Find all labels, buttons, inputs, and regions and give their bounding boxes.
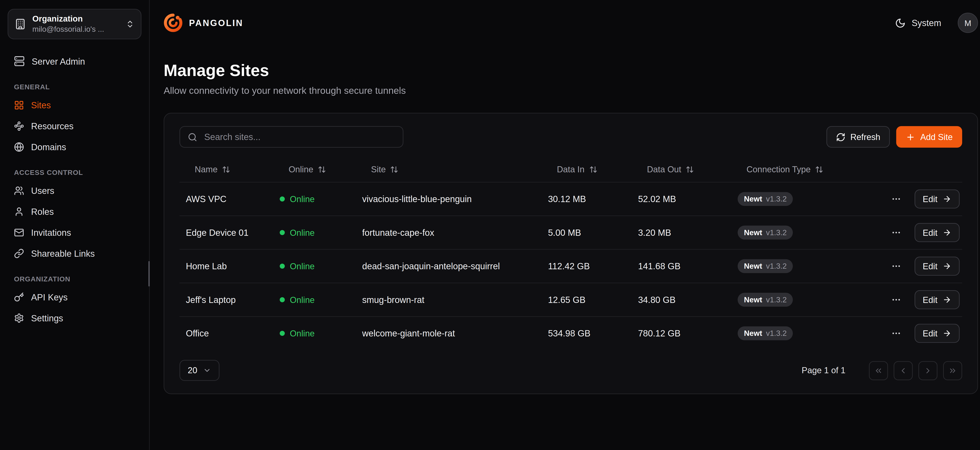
- first-page-button[interactable]: [869, 361, 888, 380]
- sort-icon: [318, 165, 326, 173]
- page-head: Manage Sites Allow connectivity to your …: [164, 46, 978, 96]
- search-icon: [188, 132, 197, 142]
- sidebar-item-shareable-links[interactable]: Shareable Links: [8, 242, 142, 264]
- card-controls: Refresh Add Site: [180, 126, 962, 147]
- connection-badge: Newtv1.3.2: [738, 192, 793, 206]
- chevrons-left-icon: [874, 366, 883, 375]
- arrow-right-icon: [943, 228, 951, 237]
- refresh-button[interactable]: Refresh: [826, 126, 890, 147]
- chevrons-right-icon: [948, 366, 957, 375]
- search-input[interactable]: [203, 131, 395, 143]
- connection-version: v1.3.2: [766, 295, 787, 304]
- search-box[interactable]: [180, 126, 403, 147]
- edit-button[interactable]: Edit: [914, 257, 959, 276]
- online-label: Online: [290, 194, 315, 204]
- online-dot: [280, 331, 285, 336]
- connection-type: Newt: [744, 195, 762, 203]
- sites-card: Refresh Add Site Name: [164, 113, 978, 394]
- card-footer: 20 Page 1 of 1: [180, 360, 962, 381]
- link-icon: [14, 248, 24, 258]
- last-page-button[interactable]: [943, 361, 962, 380]
- moon-icon: [895, 17, 906, 28]
- avatar[interactable]: M: [958, 13, 978, 33]
- site-name-cell: Home Lab: [180, 261, 274, 271]
- ellipsis-icon: [891, 295, 901, 305]
- edit-button[interactable]: Edit: [914, 324, 959, 343]
- row-menu-button[interactable]: [889, 293, 903, 307]
- sidebar-item-api-keys[interactable]: API Keys: [8, 287, 142, 307]
- column-label: Connection Type: [746, 165, 811, 174]
- sidebar-item-users[interactable]: Users: [8, 180, 142, 201]
- data-in-cell: 5.00 MB: [542, 228, 632, 238]
- pangolin-logo-icon: [164, 13, 183, 32]
- sidebar-item-invitations[interactable]: Invitations: [8, 222, 142, 243]
- row-actions-cell: Edit: [871, 257, 962, 276]
- sidebar-item-server-admin[interactable]: Server Admin: [8, 51, 142, 72]
- org-selector[interactable]: Organization milo@fossorial.io's ...: [8, 9, 142, 39]
- sidebar-item-resources[interactable]: Resources: [8, 115, 142, 136]
- layout-grid-icon: [14, 100, 24, 110]
- connection-badge: Newtv1.3.2: [738, 259, 793, 273]
- page-title: Manage Sites: [164, 61, 978, 80]
- edit-label: Edit: [923, 194, 937, 204]
- sort-icon: [589, 165, 597, 173]
- ellipsis-icon: [891, 194, 901, 204]
- column-header-data-out[interactable]: Data Out: [632, 164, 731, 175]
- edit-button[interactable]: Edit: [914, 190, 959, 209]
- user-icon: [14, 206, 24, 216]
- sidebar-nav: Server Admin GENERAL Sites Resources Do: [8, 51, 142, 328]
- row-menu-button[interactable]: [889, 259, 903, 273]
- connection-type: Newt: [744, 228, 762, 237]
- refresh-icon: [836, 132, 845, 142]
- sidebar-item-label: Resources: [31, 120, 74, 131]
- online-dot: [280, 230, 285, 235]
- column-header-site[interactable]: Site: [356, 164, 541, 175]
- arrow-right-icon: [943, 295, 951, 304]
- online-status-cell: Online: [274, 295, 356, 304]
- topbar-right: System M: [891, 13, 978, 33]
- connection-version: v1.3.2: [766, 329, 787, 338]
- next-page-button[interactable]: [918, 361, 937, 380]
- row-menu-button[interactable]: [889, 226, 903, 239]
- sidebar-item-label: Shareable Links: [31, 248, 95, 258]
- theme-toggle-button[interactable]: System: [891, 17, 945, 29]
- site-tunnel-cell: welcome-giant-mole-rat: [356, 328, 541, 338]
- connection-version: v1.3.2: [766, 228, 787, 237]
- row-menu-button[interactable]: [889, 326, 903, 340]
- sidebar-scrollbar-thumb[interactable]: [148, 261, 150, 286]
- sidebar-item-domains[interactable]: Domains: [8, 136, 142, 157]
- edit-button[interactable]: Edit: [914, 290, 959, 309]
- chevron-down-icon: [203, 366, 211, 374]
- sidebar-item-sites[interactable]: Sites: [8, 94, 142, 115]
- add-site-button[interactable]: Add Site: [896, 126, 962, 147]
- data-in-cell: 30.12 MB: [542, 194, 632, 204]
- column-header-connection-type[interactable]: Connection Type: [731, 164, 871, 175]
- row-actions-cell: Edit: [871, 290, 962, 309]
- brand[interactable]: PANGOLIN: [164, 13, 243, 32]
- column-header-data-in[interactable]: Data In: [542, 164, 632, 175]
- add-site-label: Add Site: [920, 132, 953, 142]
- data-in-cell: 12.65 GB: [542, 295, 632, 305]
- gear-icon: [14, 313, 24, 323]
- connection-type: Newt: [744, 329, 762, 338]
- table-row: Jeff's Laptop Online smug-brown-rat 12.6…: [180, 282, 962, 316]
- connection-type: Newt: [744, 261, 762, 271]
- page-size-value: 20: [188, 366, 197, 375]
- previous-page-button[interactable]: [894, 361, 913, 380]
- online-dot: [280, 297, 285, 303]
- sort-icon: [390, 165, 398, 173]
- theme-label: System: [912, 18, 941, 28]
- page-size-select[interactable]: 20: [180, 360, 220, 381]
- row-actions-cell: Edit: [871, 190, 962, 209]
- site-tunnel-cell: vivacious-little-blue-penguin: [356, 194, 541, 204]
- column-header-name[interactable]: Name: [180, 164, 274, 175]
- online-label: Online: [290, 228, 315, 237]
- table-row: Office Online welcome-giant-mole-rat 534…: [180, 316, 962, 350]
- sidebar-item-settings[interactable]: Settings: [8, 307, 142, 328]
- row-menu-button[interactable]: [889, 192, 903, 206]
- online-status-cell: Online: [274, 194, 356, 204]
- edit-button[interactable]: Edit: [914, 223, 959, 242]
- sidebar-item-roles[interactable]: Roles: [8, 201, 142, 222]
- column-header-online[interactable]: Online: [274, 164, 356, 175]
- online-dot: [280, 196, 285, 201]
